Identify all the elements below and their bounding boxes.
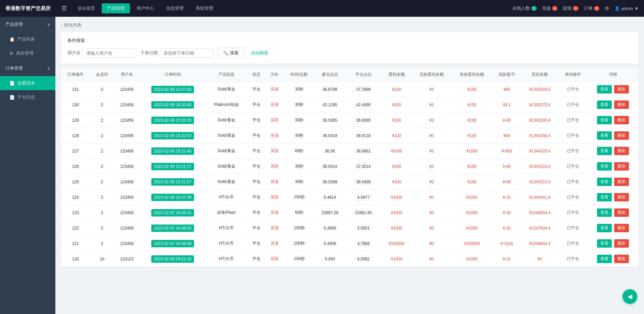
delete-button[interactable]: 删除 bbox=[614, 162, 629, 171]
withdraw-nav[interactable]: 提现 0 bbox=[563, 5, 578, 11]
nav-item-product[interactable]: 产品管理 bbox=[102, 3, 130, 13]
view-button[interactable]: 查看 bbox=[597, 85, 612, 93]
col-timepoints: 时间/点数 bbox=[284, 68, 315, 82]
closelog-icon: 📄 bbox=[9, 95, 15, 100]
order-nav[interactable]: 订单 0 bbox=[584, 5, 599, 11]
delete-button[interactable]: 删除 bbox=[614, 239, 629, 248]
view-button[interactable]: 查看 bbox=[597, 239, 612, 248]
delete-button[interactable]: 删除 bbox=[614, 147, 629, 155]
cell-close-price: 42.4995 bbox=[345, 97, 382, 113]
recharge-nav[interactable]: 充值 0 bbox=[542, 5, 557, 11]
cell-order-id: 129 bbox=[61, 113, 90, 128]
sidebar-item-risk-label: 风控管理 bbox=[16, 50, 34, 56]
time-badge: 2023-02-09 15:21:07 bbox=[151, 178, 194, 186]
col-operation: 单控操作 bbox=[558, 68, 588, 82]
delete-button[interactable]: 删除 bbox=[614, 208, 629, 217]
sidebar-group-order-header[interactable]: 订单管理 ∨ bbox=[0, 61, 55, 76]
nav-item-system[interactable]: 系统管理 bbox=[190, 3, 218, 13]
delete-button[interactable]: 删除 bbox=[614, 131, 629, 140]
cell-balance: ¥1247604.4 bbox=[522, 221, 558, 236]
view-button[interactable]: 查看 bbox=[597, 147, 612, 155]
cell-open-price: 36.5365 bbox=[315, 113, 345, 128]
table-row: 126 2 123456 2023-02-09 15:21:17 Gold/黄金… bbox=[61, 159, 639, 174]
cell-order-id: 125 bbox=[61, 174, 90, 190]
cell-actions: 查看 删除 bbox=[587, 97, 639, 113]
cell-direction: 买跌 bbox=[265, 190, 284, 205]
view-button[interactable]: 查看 bbox=[597, 224, 612, 232]
view-button[interactable]: 查看 bbox=[597, 162, 612, 171]
delete-button[interactable]: 删除 bbox=[614, 255, 629, 263]
floating-btn[interactable]: ◀ bbox=[623, 289, 637, 304]
delete-button[interactable]: 删除 bbox=[614, 116, 629, 124]
orders-table: 订单编号 会员ID 用户名 订单时间 产品信息 状态 方向 时间/点数 建仓点位… bbox=[61, 68, 639, 267]
cell-invalid-entrust: ¥0 bbox=[411, 159, 452, 174]
search-title: 条件搜索 bbox=[67, 38, 632, 44]
sidebar-item-product-list[interactable]: 📋 产品列表 bbox=[0, 32, 55, 46]
cell-time: 2023-02-09 15:32:26 bbox=[140, 113, 206, 128]
menu-toggle[interactable]: ☰ bbox=[57, 3, 71, 14]
closed-status: 已平仓 bbox=[567, 226, 579, 230]
cell-valid-entrust: ¥1000 bbox=[452, 205, 492, 221]
cell-status: 平仓 bbox=[247, 174, 265, 190]
date-field: 下单日期 bbox=[140, 48, 213, 58]
view-button[interactable]: 查看 bbox=[597, 255, 612, 263]
delete-button[interactable]: 删除 bbox=[614, 178, 629, 186]
breadcrumb: › 持仓列表 bbox=[61, 22, 639, 28]
view-button[interactable]: 查看 bbox=[597, 116, 612, 124]
delete-button[interactable]: 删除 bbox=[614, 224, 629, 232]
delete-button[interactable]: 删除 bbox=[614, 101, 629, 109]
view-button[interactable]: 查看 bbox=[597, 131, 612, 140]
delete-button[interactable]: 删除 bbox=[614, 193, 629, 201]
cell-balance: ¥1345290.4 bbox=[522, 128, 558, 143]
cell-balance: ¥1248604.4 bbox=[522, 236, 558, 251]
time-badge: 2023-02-09 15:47:00 bbox=[151, 86, 194, 93]
cell-entrust: ¥1000 bbox=[382, 251, 411, 267]
sidebar-item-closelog[interactable]: 📄 平仓日志 bbox=[0, 90, 55, 104]
cell-balance: ¥1344225.4 bbox=[522, 143, 558, 159]
cell-product: Gold/黄金 bbox=[206, 143, 247, 159]
sidebar-item-trading[interactable]: 📄 交易流水 bbox=[0, 76, 55, 90]
cell-actions: 查看 删除 bbox=[587, 236, 639, 251]
col-open-price: 建仓点位 bbox=[315, 68, 345, 82]
cell-close-price: 6.0877 bbox=[345, 190, 382, 205]
auto-refresh-button[interactable]: 自动刷新 bbox=[248, 48, 271, 58]
admin-icon: 👤 bbox=[614, 6, 620, 11]
refresh-icon[interactable]: ⟳ bbox=[605, 5, 609, 12]
cell-member-id: 2 bbox=[90, 128, 114, 143]
view-button[interactable]: 查看 bbox=[597, 208, 612, 217]
nav-item-user[interactable]: 用户中心 bbox=[131, 3, 159, 13]
sidebar-item-closelog-label: 平仓日志 bbox=[17, 94, 35, 100]
sidebar-item-risk[interactable]: ⚙ 风控管理 bbox=[0, 46, 55, 60]
sidebar-group-order-label: 订单管理 bbox=[5, 65, 23, 71]
cell-close-price: 37.2999 bbox=[345, 82, 382, 97]
delete-button[interactable]: 删除 bbox=[614, 85, 629, 93]
cell-balance: ¥1345293.5 bbox=[522, 82, 558, 97]
nav-item-info[interactable]: 信息管理 bbox=[161, 3, 189, 13]
nav-item-home[interactable]: 后台首页 bbox=[72, 3, 100, 13]
cell-time: 2023-02-09 15:32:40 bbox=[140, 97, 206, 113]
cell-product: Gold/黄金 bbox=[206, 113, 247, 128]
cell-close-price: 36.0499 bbox=[345, 174, 382, 190]
search-button[interactable]: 🔍 搜索 bbox=[217, 48, 244, 58]
cell-username: 123456 bbox=[114, 128, 140, 143]
cell-order-id: 120 bbox=[61, 251, 90, 267]
cell-timepoints: 30秒 bbox=[284, 128, 315, 143]
cell-product: HT/火币 bbox=[206, 221, 247, 236]
date-input[interactable] bbox=[160, 48, 213, 58]
cell-time: 2023-02-06 04:21:10 bbox=[140, 251, 206, 267]
sidebar-group-product-header[interactable]: 产品管理 ∨ bbox=[0, 17, 55, 32]
view-button[interactable]: 查看 bbox=[597, 193, 612, 201]
cell-balance: ¥0 bbox=[522, 251, 558, 267]
view-button[interactable]: 查看 bbox=[597, 178, 612, 186]
username-input[interactable] bbox=[83, 48, 136, 58]
cell-timepoints: 60秒 bbox=[284, 143, 315, 159]
search-btn-label: 搜索 bbox=[230, 50, 239, 56]
online-users[interactable]: 在线人数 1 bbox=[512, 5, 537, 11]
cell-open-price: 36.5514 bbox=[315, 159, 345, 174]
view-button[interactable]: 查看 bbox=[597, 101, 612, 109]
admin-btn[interactable]: 👤 admin ▼ bbox=[614, 6, 639, 11]
cell-time: 2023-02-09 15:21:17 bbox=[140, 159, 206, 174]
cell-status: 平仓 bbox=[247, 82, 265, 97]
cell-entrust: ¥1000 bbox=[382, 190, 411, 205]
cell-status: 平仓 bbox=[247, 190, 265, 205]
